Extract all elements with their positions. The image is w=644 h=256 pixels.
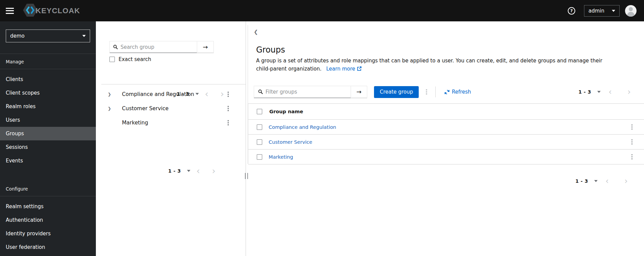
- tree-item-label[interactable]: Marketing: [122, 120, 148, 126]
- pagination-prev-button[interactable]: ‹: [190, 166, 206, 175]
- expand-chevron-icon[interactable]: ❯: [108, 92, 112, 97]
- pagination-prev-button[interactable]: ‹: [601, 88, 620, 96]
- sidebar-item-events[interactable]: Events: [0, 154, 96, 168]
- nav-list-configure: Realm settings Authentication Identity p…: [0, 196, 96, 254]
- pagination-prev-button[interactable]: ‹: [598, 177, 617, 185]
- kebab-menu-icon[interactable]: [226, 90, 230, 98]
- user-dropdown[interactable]: admin: [584, 5, 620, 17]
- keycloak-logo[interactable]: KEYCLOAK: [23, 3, 80, 18]
- exact-search-checkbox[interactable]: [109, 57, 115, 62]
- sidebar-item-authentication[interactable]: Authentication: [0, 213, 96, 227]
- search-field[interactable]: [110, 41, 197, 53]
- sidebar-item-user-federation[interactable]: User federation: [0, 240, 96, 254]
- filter-groups: →: [254, 86, 367, 98]
- table-pagination-top: 1 - 3 ‹ ›: [578, 85, 639, 98]
- sidebar-item-sessions[interactable]: Sessions: [0, 140, 96, 154]
- search-icon: [258, 89, 263, 94]
- chevron-down-icon: [612, 10, 615, 12]
- toolbar-kebab-menu-icon[interactable]: [424, 88, 429, 96]
- groups-main-panel: ❮ Groups A group is a set of attributes …: [246, 21, 644, 256]
- sidebar-nav: demo Manage Clients Client scopes Realm …: [0, 21, 96, 256]
- divider: [101, 84, 246, 84]
- realm-name: demo: [10, 33, 25, 39]
- table-row: Customer Service: [248, 135, 644, 150]
- pagination-range-toggle[interactable]: 1 - 3: [578, 89, 591, 95]
- sidebar-item-users[interactable]: Users: [0, 113, 96, 127]
- pagination-next-button[interactable]: ›: [617, 177, 636, 185]
- sidebar-item-realm-settings[interactable]: Realm settings: [0, 200, 96, 213]
- collapse-panel-chevron-icon[interactable]: ❮: [254, 29, 258, 35]
- filter-groups-input[interactable]: [266, 89, 348, 95]
- masthead-actions: ? admin: [568, 5, 644, 17]
- group-link[interactable]: Customer Service: [269, 139, 312, 145]
- description-line1: A group is a set of attributes and role …: [256, 58, 602, 64]
- expand-chevron-icon[interactable]: ❯: [108, 106, 112, 111]
- row-checkbox[interactable]: [257, 139, 262, 145]
- kebab-menu-icon[interactable]: [226, 104, 230, 113]
- kebab-menu-icon[interactable]: [630, 123, 634, 131]
- kebab-menu-icon[interactable]: [630, 153, 634, 161]
- refresh-button[interactable]: Refresh: [444, 89, 471, 95]
- chevron-down-icon[interactable]: [187, 170, 190, 172]
- search-group-input[interactable]: [121, 44, 194, 50]
- group-tree-panel: → Exact search 1 - 3 ‹ › ❯ Compliance an…: [96, 21, 246, 256]
- group-tree: ❯ Compliance and Regulation ❯ Customer S…: [96, 87, 246, 130]
- groups-table: Group name Compliance and Regulation Cus…: [248, 103, 644, 164]
- sidebar-item-groups[interactable]: Groups: [0, 127, 96, 140]
- chevron-down-icon[interactable]: [597, 91, 601, 93]
- group-link[interactable]: Marketing: [269, 154, 293, 160]
- page-title: Groups: [256, 45, 285, 55]
- refresh-icon: [444, 90, 450, 95]
- sidebar-item-realm-roles[interactable]: Realm roles: [0, 100, 96, 113]
- pagination-range-toggle[interactable]: 1 - 3: [575, 178, 588, 184]
- row-checkbox[interactable]: [257, 124, 262, 130]
- tree-item-marketing: Marketing: [96, 116, 246, 130]
- help-icon[interactable]: ?: [568, 7, 575, 15]
- sidebar-item-clients[interactable]: Clients: [0, 73, 96, 86]
- tree-item-label[interactable]: Compliance and Regulation: [122, 91, 194, 97]
- table-row: Compliance and Regulation: [248, 120, 644, 135]
- realm-selector[interactable]: demo: [6, 29, 90, 42]
- tree-item-label[interactable]: Customer Service: [122, 105, 169, 112]
- table-header-row: Group name: [248, 104, 644, 120]
- kebab-menu-icon[interactable]: [226, 119, 230, 127]
- table-pagination-bottom: 1 - 3 ‹ ›: [246, 176, 636, 186]
- tree-pagination-bottom: 1 - 3 ‹ ›: [96, 165, 222, 176]
- learn-more-link[interactable]: Learn more: [326, 66, 361, 72]
- nav-section-configure: Configure: [0, 181, 96, 196]
- chevron-down-icon[interactable]: [594, 180, 598, 182]
- create-group-button[interactable]: Create group: [374, 86, 419, 98]
- sidebar-item-identity-providers[interactable]: Identity providers: [0, 227, 96, 240]
- panel-resize-handle[interactable]: [245, 173, 248, 179]
- exact-search-row: Exact search: [109, 56, 151, 62]
- sidebar-item-client-scopes[interactable]: Client scopes: [0, 86, 96, 100]
- group-search: →: [109, 41, 214, 53]
- avatar[interactable]: [625, 5, 637, 17]
- divider: [435, 86, 436, 97]
- groups-toolbar: → Create group Refresh 1 - 3 ‹ ›: [254, 85, 644, 98]
- row-checkbox[interactable]: [257, 154, 262, 160]
- column-header-group-name: Group name: [269, 109, 303, 114]
- pagination-range-toggle[interactable]: 1 - 3: [168, 168, 181, 174]
- chevron-down-icon: [82, 35, 86, 37]
- kebab-menu-icon[interactable]: [630, 138, 634, 146]
- table-row: Marketing: [248, 150, 644, 164]
- exact-search-label: Exact search: [119, 56, 151, 62]
- brand-text: KEYCLOAK: [36, 6, 80, 15]
- filter-field[interactable]: [254, 86, 351, 98]
- group-link[interactable]: Compliance and Regulation: [269, 124, 336, 130]
- tree-item-customer-service: ❯ Customer Service: [96, 101, 246, 116]
- username: admin: [588, 8, 604, 14]
- select-all-checkbox[interactable]: [257, 109, 262, 114]
- pagination-next-button[interactable]: ›: [620, 88, 639, 96]
- masthead: KEYCLOAK ? admin: [0, 0, 644, 21]
- hamburger-menu-icon[interactable]: [6, 8, 14, 14]
- pagination-next-button[interactable]: ›: [206, 166, 222, 175]
- nav-list-manage: Clients Client scopes Realm roles Users …: [0, 69, 96, 168]
- filter-submit-button[interactable]: →: [351, 86, 367, 98]
- nav-section-manage: Manage: [0, 54, 96, 69]
- refresh-label: Refresh: [452, 89, 471, 95]
- external-link-icon: [357, 66, 361, 71]
- search-submit-button[interactable]: →: [197, 41, 213, 53]
- keycloak-admin-console: KEYCLOAK ? admin demo Manage Clients Cli…: [0, 0, 644, 256]
